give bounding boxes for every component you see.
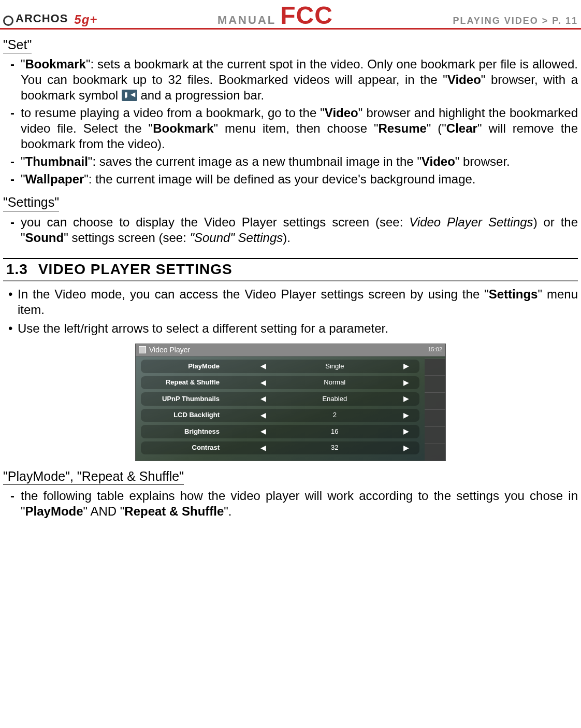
list-item: In the Video mode, you can access the Vi… [18,287,578,318]
screenshot-title: Video Player [149,346,190,355]
setting-row-brightness: Brightness ◀ 16 ▶ [141,425,419,438]
setting-label: Brightness [145,427,223,436]
setting-label: Repeat & Shuffle [145,378,223,387]
header-left: ARCHOS 5g+ [3,12,97,27]
left-arrow-icon: ◀ [254,444,272,453]
list-item: "Bookmark": sets a bookmark at the curre… [21,56,578,103]
screenshot-rows: PlayMode ◀ Single ▶ Repeat & Shuffle ◀ N… [136,360,445,461]
breadcrumb: PLAYING VIDEO > P. 11 [453,16,578,26]
setting-label: LCD Backlight [145,411,223,419]
page-content: "Set" "Bookmark": sets a bookmark at the… [0,30,581,533]
setting-value: 2 [303,411,366,419]
setting-value: 32 [303,444,366,452]
section-1-3-heading: 1.3 VIDEO PLAYER SETTINGS [3,258,578,281]
right-arrow-icon: ▶ [397,394,415,404]
header-center: MANUAL FCC [217,3,333,28]
screenshot-app-icon [139,346,146,353]
setting-row-lcd-backlight: LCD Backlight ◀ 2 ▶ [141,409,419,422]
fcc-label: FCC [280,3,333,28]
model-label: 5g+ [74,12,97,27]
section-1-3-bullets: In the Video mode, you can access the Vi… [3,287,578,336]
video-player-settings-screenshot: Video Player 15:02 PlayMode ◀ Single ▶ R… [135,344,446,462]
setting-row-upnp-thumbnails: UPnP Thumbnails ◀ Enabled ▶ [141,392,419,406]
list-item: the following table explains how the vid… [21,488,578,519]
right-arrow-icon: ▶ [397,362,415,371]
archos-logo: ARCHOS [3,12,68,25]
setting-row-repeat-shuffle: Repeat & Shuffle ◀ Normal ▶ [141,376,419,390]
setting-label: Contrast [145,444,223,452]
left-arrow-icon: ◀ [254,411,272,420]
right-arrow-icon: ▶ [397,411,415,420]
list-item: Use the left/right arrows to select a di… [18,321,578,336]
list-item: "Thumbnail": saves the current image as … [21,154,578,169]
settings-heading: "Settings" [3,194,59,211]
settings-list: you can choose to display the Video Play… [3,215,578,246]
bookmark-icon [122,90,137,101]
list-item: "Wallpaper": the current image will be d… [21,172,578,187]
right-arrow-icon: ▶ [397,444,415,453]
setting-value: 16 [303,427,366,436]
logo-disc-icon [3,16,13,26]
set-heading: "Set" [3,37,32,53]
section-number: 1.3 [6,260,28,278]
left-arrow-icon: ◀ [254,378,272,388]
playmode-list: the following table explains how the vid… [3,488,578,519]
left-arrow-icon: ◀ [254,362,272,371]
setting-row-contrast: Contrast ◀ 32 ▶ [141,441,419,455]
set-list: "Bookmark": sets a bookmark at the curre… [3,56,578,187]
list-item: to resume playing a video from a bookmar… [21,105,578,152]
setting-label: UPnP Thumbnails [145,395,223,403]
setting-value: Enabled [303,395,366,403]
setting-value: Normal [303,378,366,387]
left-arrow-icon: ◀ [254,427,272,436]
setting-label: PlayMode [145,362,223,370]
setting-row-playmode: PlayMode ◀ Single ▶ [141,360,419,373]
list-item: you can choose to display the Video Play… [21,215,578,246]
right-arrow-icon: ▶ [397,378,415,388]
screenshot-time: 15:02 [428,346,442,353]
manual-label: MANUAL [217,13,276,27]
left-arrow-icon: ◀ [254,394,272,404]
playmode-heading: "PlayMode", "Repeat & Shuffle" [3,468,184,485]
right-arrow-icon: ▶ [397,427,415,436]
logo-text: ARCHOS [16,12,68,25]
screenshot-sidebar [425,359,445,461]
setting-value: Single [303,362,366,370]
screenshot-header: Video Player 15:02 [136,344,445,357]
page-header: ARCHOS 5g+ MANUAL FCC PLAYING VIDEO > P.… [0,0,581,30]
section-title: VIDEO PLAYER SETTINGS [38,260,233,278]
